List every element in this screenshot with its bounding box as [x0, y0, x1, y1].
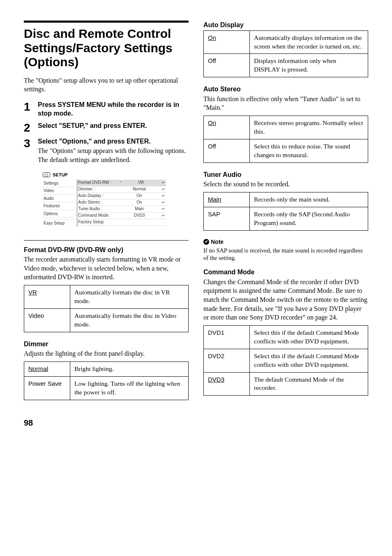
dimmer-heading: Dimmer: [24, 340, 189, 349]
table-row: OnReceives stereo programs. Normally sel…: [204, 116, 368, 139]
setting-key: Auto Display :: [78, 193, 119, 199]
step-number: 3: [24, 137, 38, 164]
setup-screenshot: SETUP Settings Video Audio Features Opti…: [39, 169, 170, 233]
option-key: On: [208, 34, 216, 41]
table-row: DVD2Select this if the default Command M…: [204, 349, 368, 372]
tuner-audio-table: MainRecords only the main sound. SAPReco…: [203, 192, 368, 231]
arrow-down-icon: ↵: [159, 200, 165, 205]
page-title: Disc and Remote Control Settings/Factory…: [24, 27, 189, 70]
dimmer-table: NormalBright lighting. Power SaveLow lig…: [24, 361, 189, 400]
option-desc: Displays information only when DISPLAY i…: [250, 54, 368, 77]
caret-up-icon: ⌃: [119, 180, 122, 185]
step-2: 2 Select "SETUP," and press ENTER.: [24, 121, 189, 134]
setting-value: DVD3: [119, 213, 159, 218]
option-key: SAP: [208, 211, 220, 218]
setting-value: On: [119, 199, 159, 205]
option-desc: Records only the main sound.: [250, 192, 368, 207]
step-number: 2: [24, 121, 38, 134]
option-desc: Bright lighting.: [70, 361, 189, 376]
heading-rule: [24, 21, 189, 23]
option-key: On: [208, 119, 216, 126]
note-heading: ✔ Note: [203, 238, 368, 246]
arrow-down-icon: ↵: [159, 206, 165, 211]
dimmer-text: Adjusts the lighting of the front panel …: [24, 349, 189, 358]
table-row: VRAutomatically formats the disc in VR m…: [24, 285, 189, 308]
auto-display-heading: Auto Display: [203, 21, 368, 30]
step-number: 1: [24, 100, 38, 118]
option-key: DVD1: [208, 329, 224, 336]
setting-value: On: [119, 193, 159, 199]
arrow-down-icon: ↵: [159, 187, 165, 192]
option-key: Main: [208, 196, 221, 203]
command-mode-table: DVD1Select this if the default Command M…: [203, 325, 368, 396]
setting-key: Factory Setup: [78, 219, 119, 225]
command-mode-text: Changes the Command Mode of the recorder…: [203, 278, 368, 322]
step-3: 3 Select "Options," and press ENTER. The…: [24, 137, 189, 164]
table-row: MainRecords only the main sound.: [204, 192, 368, 207]
note-icon: ✔: [203, 239, 209, 245]
setting-key: Dimmer :: [78, 186, 119, 192]
option-desc: Records only the SAP (Second Audio Progr…: [250, 207, 368, 230]
menu-item: Audio: [43, 195, 75, 203]
note-body: If no SAP sound is received, the main so…: [203, 247, 368, 262]
setting-value: VR: [122, 180, 159, 185]
format-heading: Format DVD-RW (DVD-RW only): [24, 246, 189, 255]
arrow-down-icon: ↵: [159, 213, 165, 218]
menu-item: Options: [43, 210, 75, 218]
setup-menu-left: Settings Video Audio Features Options Ea…: [43, 180, 77, 227]
setting-value: Main: [119, 206, 159, 212]
option-desc: Receives stereo programs. Normally selec…: [250, 116, 368, 139]
auto-stereo-table: OnReceives stereo programs. Normally sel…: [203, 116, 368, 163]
menu-item: Features: [43, 202, 75, 210]
tuner-audio-heading: Tuner Audio: [203, 170, 368, 179]
menu-item: Video: [43, 187, 75, 195]
option-key: Power Save: [28, 380, 62, 387]
step-heading: Press SYSTEM MENU while the recorder is …: [38, 100, 189, 118]
disc-icon: [43, 172, 50, 177]
arrow-down-icon: ↵: [159, 180, 165, 185]
option-key: Normal: [28, 365, 48, 372]
table-row: OffDisplays information only when DISPLA…: [204, 54, 368, 77]
option-desc: Automatically formats the disc in Video …: [70, 308, 189, 332]
note-label: Note: [211, 238, 224, 246]
option-key: DVD3: [208, 376, 224, 383]
table-row: OffSelect this to reduce noise. The soun…: [204, 139, 368, 162]
step-1: 1 Press SYSTEM MENU while the recorder i…: [24, 100, 189, 118]
auto-stereo-heading: Auto Stereo: [203, 85, 368, 94]
table-row: OnAutomatically displays information on …: [204, 30, 368, 54]
option-desc: Select this to reduce noise. The sound c…: [250, 139, 368, 162]
thin-rule: [24, 240, 189, 241]
option-key: VR: [28, 289, 37, 296]
option-desc: Select this if the default Command Mode …: [250, 349, 368, 372]
setup-menu-right: Format DVD-RW :⌃VR↵ Dimmer :Normal↵ Auto…: [77, 180, 166, 227]
option-key: Video: [28, 312, 44, 319]
setting-key: Format DVD-RW :: [78, 180, 119, 185]
menu-item: Easy Setup: [43, 220, 75, 227]
option-desc: The default Command Mode of the recorder…: [250, 372, 368, 396]
option-key: Off: [208, 57, 216, 64]
option-key: DVD2: [208, 352, 224, 359]
table-row: DVD1Select this if the default Command M…: [204, 325, 368, 349]
format-table: VRAutomatically formats the disc in VR m…: [24, 285, 189, 332]
option-desc: Low lighting. Turns off the lighting whe…: [70, 376, 189, 400]
intro-text: The "Options" setup allows you to set up…: [24, 76, 189, 94]
auto-display-table: OnAutomatically displays information on …: [203, 30, 368, 78]
setting-value: Normal: [119, 186, 159, 192]
option-key: Off: [208, 143, 216, 150]
option-desc: Select this if the default Command Mode …: [250, 325, 368, 349]
step-heading: Select "SETUP," and press ENTER.: [38, 121, 189, 130]
format-text: The recorder automatically starts format…: [24, 255, 189, 282]
arrow-down-icon: ↵: [159, 193, 165, 198]
table-row: SAPRecords only the SAP (Second Audio Pr…: [204, 207, 368, 230]
table-row: DVD3The default Command Mode of the reco…: [204, 372, 368, 396]
table-row: VideoAutomatically formats the disc in V…: [24, 308, 189, 332]
setup-title: SETUP: [53, 172, 68, 178]
left-column: Disc and Remote Control Settings/Factory…: [24, 21, 189, 408]
option-desc: Automatically formats the disc in VR mod…: [70, 285, 189, 308]
setting-key: Auto Stereo :: [78, 199, 119, 205]
table-row: Power SaveLow lighting. Turns off the li…: [24, 376, 189, 400]
right-column: Auto Display OnAutomatically displays in…: [203, 21, 368, 408]
tuner-audio-text: Selects the sound to be recorded.: [203, 180, 368, 189]
auto-stereo-text: This function is effective only when "Tu…: [203, 95, 368, 112]
step-description: The "Options" setup appears with the fol…: [38, 146, 189, 164]
